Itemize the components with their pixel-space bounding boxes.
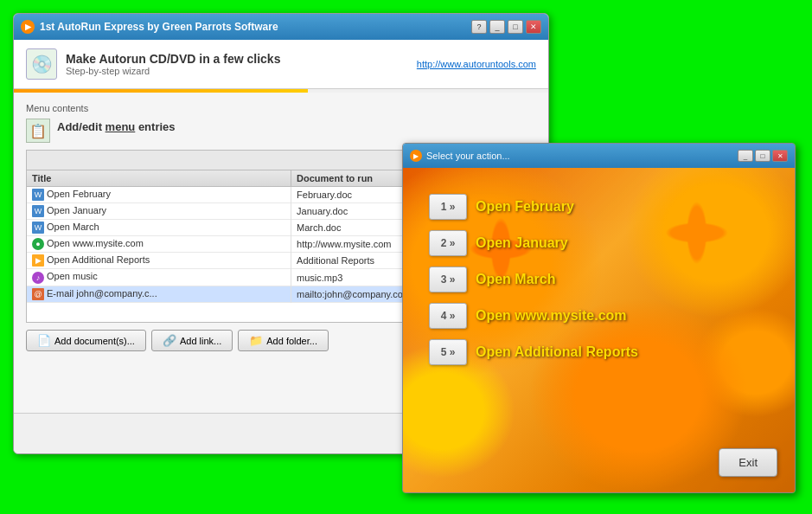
preview-menu-item: 3 »Open March: [429, 267, 638, 292]
section-title-underline: menu: [105, 120, 136, 133]
doc-icon: W: [32, 222, 44, 234]
wizard-header: 💿 Make Autorun CD/DVD in a few clicks St…: [14, 40, 548, 89]
preview-controls: _ □ ✕: [738, 150, 788, 162]
col-title: Title: [27, 170, 291, 187]
table-cell-title: WOpen February: [27, 187, 291, 203]
menu-number-button-4[interactable]: 4 »: [429, 303, 467, 329]
wizard-header-title: Make Autorun CD/DVD in a few clicks: [66, 52, 408, 66]
add-link-icon: 🔗: [163, 334, 176, 347]
maximize-button[interactable]: □: [508, 20, 523, 34]
wizard-title-left: ▶ 1st AutoRun Express by Green Parrots S…: [21, 20, 278, 34]
close-button[interactable]: ✕: [526, 20, 541, 34]
doc-icon: W: [32, 189, 44, 201]
wizard-header-link[interactable]: http://www.autoruntools.com: [417, 59, 536, 69]
section-title-part2: entries: [135, 120, 175, 133]
web-icon: ●: [32, 238, 44, 250]
preview-minimize-button[interactable]: _: [738, 150, 753, 162]
preview-close-button[interactable]: ✕: [772, 150, 788, 162]
table-cell-title: ▶Open Additional Reports: [27, 253, 291, 269]
add-document-button[interactable]: 📄 Add document(s)...: [26, 330, 146, 351]
table-cell-title: ●Open www.mysite.com: [27, 236, 291, 253]
add-folder-label: Add folder...: [266, 336, 317, 346]
app-icon: ▶: [21, 20, 35, 34]
preview-title-text: Select your action...: [426, 151, 510, 161]
menu-number-button-1[interactable]: 1 »: [429, 194, 467, 220]
wizard-header-subtitle: Step-by-step wizard: [66, 66, 408, 76]
menu-item-label-5: Open Additional Reports: [476, 344, 638, 360]
add-link-label: Add link...: [180, 336, 221, 346]
doc-icon: W: [32, 205, 44, 217]
exit-button[interactable]: Exit: [719, 448, 777, 477]
email-icon: @: [32, 288, 44, 300]
menu-number-button-3[interactable]: 3 »: [429, 267, 467, 292]
table-cell-title: @E-mail john@company.c...: [27, 286, 291, 302]
preview-content: 1 »Open February2 »Open January3 »Open M…: [403, 168, 795, 492]
wizard-header-text: Make Autorun CD/DVD in a few clicks Step…: [66, 52, 408, 76]
table-cell-title: WOpen January: [27, 203, 291, 220]
wizard-header-icon: 💿: [26, 48, 57, 80]
wizard-title-controls: ? _ □ ✕: [471, 20, 541, 34]
menu-item-label-4: Open www.mysite.com: [476, 308, 627, 324]
menu-number-button-5[interactable]: 5 »: [429, 339, 467, 365]
section-title: Add/edit menu entries: [57, 120, 176, 133]
menu-item-label-3: Open March: [476, 272, 555, 287]
section-title-part1: Add/edit: [57, 120, 105, 133]
add-folder-icon: 📁: [249, 334, 263, 347]
music-icon: ♪: [32, 272, 44, 284]
preview-menu-item: 2 »Open January: [429, 230, 638, 256]
add-doc-icon: 📄: [37, 334, 51, 347]
wizard-title-bar: ▶ 1st AutoRun Express by Green Parrots S…: [14, 14, 548, 40]
menu-item-label-1: Open February: [476, 199, 574, 215]
table-cell-title: ♪Open music: [27, 269, 291, 286]
preview-window: ▶ Select your action... _ □ ✕ 1 »Open Fe…: [402, 143, 796, 493]
folder-icon: ▶: [32, 254, 44, 267]
add-edit-header: 📋 Add/edit menu entries: [26, 119, 536, 143]
section-label: Menu contents: [26, 103, 536, 113]
add-doc-label: Add document(s)...: [54, 336, 135, 346]
add-edit-icon: 📋: [26, 119, 50, 143]
minimize-button[interactable]: _: [489, 20, 505, 34]
preview-title-bar: ▶ Select your action... _ □ ✕: [403, 144, 795, 168]
preview-title-left: ▶ Select your action...: [410, 150, 510, 162]
add-folder-button[interactable]: 📁 Add folder...: [238, 330, 329, 351]
help-button[interactable]: ?: [471, 20, 487, 34]
preview-app-icon: ▶: [410, 150, 422, 162]
preview-menu-item: 1 »Open February: [429, 194, 638, 220]
menu-item-label-2: Open January: [476, 235, 568, 251]
preview-menu-item: 5 »Open Additional Reports: [429, 339, 638, 365]
table-cell-title: WOpen March: [27, 220, 291, 236]
preview-menu: 1 »Open February2 »Open January3 »Open M…: [429, 194, 638, 365]
add-link-button[interactable]: 🔗 Add link...: [151, 330, 233, 351]
preview-menu-item: 4 »Open www.mysite.com: [429, 303, 638, 329]
wizard-title-text: 1st AutoRun Express by Green Parrots Sof…: [40, 21, 278, 33]
menu-number-button-2[interactable]: 2 »: [429, 230, 467, 256]
preview-maximize-button[interactable]: □: [755, 150, 770, 162]
